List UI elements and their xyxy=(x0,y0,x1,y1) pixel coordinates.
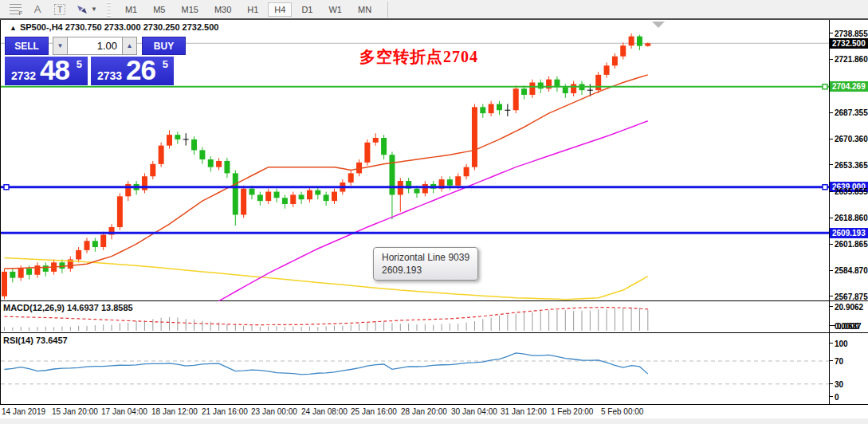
date-axis[interactable]: 14 Jan 201915 Jan 20:0017 Jan 04:0018 Ja… xyxy=(0,407,868,418)
date-tick-label: 14 Jan 2019 xyxy=(2,407,45,416)
price-tick-label: 2721.860 xyxy=(830,54,868,65)
status-strip xyxy=(0,418,868,424)
buy-price-prefix: 2733 xyxy=(97,69,122,82)
price-tick-label: 2635.855 xyxy=(830,186,868,197)
volume-increase-button[interactable]: ▲ xyxy=(122,37,137,55)
mt4-window: { "toolbar": { "icons": [ {"name": "fibo… xyxy=(0,0,868,424)
sell-button[interactable]: SELL xyxy=(5,37,49,55)
sell-price-tile[interactable]: 2732 48 5 xyxy=(5,57,88,85)
date-tick-label: 1 Feb 20:00 xyxy=(551,407,593,416)
date-tick-label: 31 Jan 12:00 xyxy=(501,407,547,416)
price-tick-label: 2584.870 xyxy=(830,265,868,276)
sell-price-prefix: 2732 xyxy=(11,69,36,82)
price-tick-label: 2618.860 xyxy=(830,213,868,223)
rsi-plot xyxy=(1,353,829,384)
date-tick-label: 5 Feb 00:00 xyxy=(601,407,643,416)
volume-input[interactable] xyxy=(68,37,122,55)
buy-price-tile[interactable]: 2733 26 5 xyxy=(91,57,174,85)
buy-price-big: 26 xyxy=(126,54,155,86)
sell-price-pips: 5 xyxy=(77,58,82,70)
date-tick-label: 30 Jan 04:00 xyxy=(451,407,497,416)
buy-price-pips: 5 xyxy=(163,58,168,70)
price-tick-label: 2738.855 xyxy=(830,29,868,39)
price-tick-label: 2687.355 xyxy=(830,108,868,118)
indicator-scale-label: 70 xyxy=(830,356,868,367)
one-click-trade-widget: SELL ▼ ▲ BUY 2732 48 5 2733 26 5 xyxy=(5,37,186,85)
price-tick-label: 2567.875 xyxy=(830,292,868,302)
tooltip-value: 2609.193 xyxy=(382,264,469,277)
indicator-scale-label: 30 xyxy=(830,379,868,390)
volume-decrease-button[interactable]: ▼ xyxy=(53,37,68,55)
price-level-badge: 2732.500 xyxy=(830,38,868,49)
price-tick-label: 2653.365 xyxy=(830,160,868,171)
horizontal-line-objects[interactable] xyxy=(1,84,829,233)
indicator-scale-label: 0.0637 xyxy=(832,321,868,332)
date-tick-label: 17 Jan 04:00 xyxy=(101,407,147,416)
date-tick-label: 25 Jan 16:00 xyxy=(351,407,397,416)
indicator-scale-label: 20.9062 xyxy=(830,302,868,312)
buy-button[interactable]: BUY xyxy=(142,37,186,55)
date-tick-label: 15 Jan 20:00 xyxy=(52,407,98,416)
object-tooltip: Horizontal Line 9039 2609.193 xyxy=(373,247,478,281)
indicator-scale-label: 0 xyxy=(830,392,868,402)
date-tick-label: 21 Jan 16:00 xyxy=(202,407,248,416)
price-level-badge: 2609.193 xyxy=(830,228,868,238)
indicator-scale-label: 100 xyxy=(830,339,868,349)
date-tick-label: 28 Jan 20:00 xyxy=(401,407,447,416)
date-tick-label: 23 Jan 00:00 xyxy=(251,407,297,416)
macd-indicator-label: MACD(12,26,9) 14.6937 13.8585 xyxy=(3,303,133,312)
price-axis[interactable]: 2738.8552732.5002721.8602704.2692687.355… xyxy=(830,20,868,404)
rsi-indicator-label: RSI(14) 73.6457 xyxy=(3,336,68,345)
price-tick-label: 2601.865 xyxy=(830,239,868,249)
tooltip-title: Horizontal Line 9039 xyxy=(382,251,469,264)
date-tick-label: 18 Jan 12:00 xyxy=(151,407,198,416)
collapse-triangle-icon[interactable]: ▲ xyxy=(10,24,17,32)
chart-symbol-header: ▲SP500-,H4 2730.750 2733.000 2730.250 27… xyxy=(10,22,218,32)
price-tick-label: 2670.360 xyxy=(830,134,868,144)
chart-shift-marker[interactable] xyxy=(652,22,665,28)
sell-price-big: 48 xyxy=(40,54,69,86)
chart-annotation-text: 多空转折点2704 xyxy=(359,46,478,68)
price-level-badge: 2704.269 xyxy=(830,81,868,92)
date-tick-label: 24 Jan 08:00 xyxy=(301,407,348,416)
